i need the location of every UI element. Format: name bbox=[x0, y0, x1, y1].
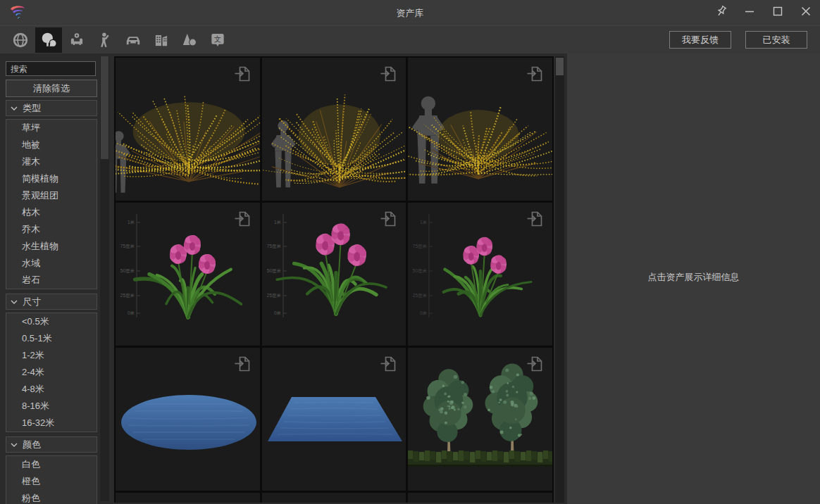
filter-group: 尺寸<0.5米0.5-1米1-2米2-4米4-8米8-16米16-32米 bbox=[6, 294, 97, 432]
filter-item[interactable]: 枯木 bbox=[6, 204, 97, 221]
export-icon[interactable] bbox=[233, 210, 251, 228]
pin-button[interactable] bbox=[712, 3, 731, 23]
titlebar: 资产库 bbox=[0, 0, 820, 25]
maximize-icon bbox=[770, 4, 785, 22]
svg-text:1米: 1米 bbox=[128, 220, 135, 225]
tool-building[interactable] bbox=[148, 27, 175, 53]
clear-filters-button[interactable]: 清除筛选 bbox=[6, 80, 97, 97]
filter-item[interactable]: 8-16米 bbox=[6, 398, 97, 415]
filter-item[interactable]: 4-8米 bbox=[6, 381, 97, 398]
filter-item[interactable]: 16-32米 bbox=[6, 415, 97, 431]
vehicle-icon bbox=[124, 31, 142, 49]
tool-vegetation[interactable] bbox=[35, 27, 62, 53]
asset-card-partial bbox=[262, 493, 406, 503]
decal-icon: 文 bbox=[209, 31, 227, 49]
export-icon[interactable] bbox=[526, 65, 544, 83]
svg-text:文: 文 bbox=[214, 35, 221, 43]
asset-card[interactable]: 1米75厘米50厘米25厘米0米 bbox=[116, 203, 260, 346]
filter-group-header[interactable]: 尺寸 bbox=[6, 294, 97, 310]
asset-card[interactable]: 1米75厘米50厘米25厘米0米 bbox=[262, 203, 406, 346]
tool-decal[interactable]: 文 bbox=[204, 27, 231, 53]
maximize-button[interactable] bbox=[768, 3, 788, 23]
asset-grid-container: 1米75厘米50厘米25厘米0米 1米75厘米50厘米25厘米0米 1米75厘米… bbox=[113, 53, 566, 504]
filter-group-header[interactable]: 颜色 bbox=[6, 436, 97, 453]
window-title: 资产库 bbox=[0, 7, 820, 20]
tool-character[interactable] bbox=[92, 27, 118, 53]
vegetation-icon bbox=[39, 31, 58, 49]
window-controls bbox=[712, 0, 816, 25]
grid-scrollbar[interactable] bbox=[555, 56, 564, 503]
asset-card[interactable] bbox=[262, 58, 406, 201]
filter-group-label: 颜色 bbox=[23, 439, 41, 451]
chevron-down-icon bbox=[11, 442, 18, 448]
filter-item[interactable]: 1-2米 bbox=[6, 347, 97, 364]
filter-item[interactable]: 橙色 bbox=[6, 473, 97, 490]
asset-grid: 1米75厘米50厘米25厘米0米 1米75厘米50厘米25厘米0米 1米75厘米… bbox=[114, 56, 554, 503]
filter-groups: 类型草坪地被灌木简模植物景观组团枯木乔木水生植物水域岩石尺寸<0.5米0.5-1… bbox=[6, 100, 97, 504]
filter-item[interactable]: 灌木 bbox=[6, 153, 97, 170]
export-icon[interactable] bbox=[526, 210, 544, 228]
svg-text:0米: 0米 bbox=[420, 310, 428, 315]
asset-card[interactable] bbox=[408, 348, 552, 491]
svg-text:1米: 1米 bbox=[420, 220, 428, 225]
tool-vehicle[interactable] bbox=[120, 27, 147, 53]
export-icon[interactable] bbox=[379, 65, 397, 83]
building-icon bbox=[152, 31, 170, 49]
filter-group-header[interactable]: 类型 bbox=[6, 100, 97, 116]
filter-item[interactable]: 粉色 bbox=[6, 490, 97, 504]
chevron-down-icon bbox=[11, 106, 18, 111]
export-icon[interactable] bbox=[379, 355, 397, 373]
installed-button[interactable]: 已安装 bbox=[745, 31, 807, 49]
filter-item[interactable]: 简模植物 bbox=[6, 170, 97, 187]
asset-card[interactable] bbox=[408, 58, 552, 201]
filter-item[interactable]: 岩石 bbox=[6, 272, 97, 289]
filter-group-items: 白色橙色粉色 bbox=[6, 455, 97, 504]
filter-item[interactable]: <0.5米 bbox=[6, 313, 97, 330]
grid-scrollbar-thumb[interactable] bbox=[556, 58, 564, 75]
detail-placeholder-text: 点击资产展示详细信息 bbox=[648, 271, 740, 284]
primitives-icon bbox=[180, 31, 199, 49]
search-input[interactable] bbox=[6, 61, 96, 76]
tool-globe[interactable] bbox=[7, 27, 34, 53]
filter-item[interactable]: 草坪 bbox=[6, 120, 97, 137]
filter-item[interactable]: 水生植物 bbox=[6, 238, 97, 255]
asset-card[interactable] bbox=[116, 58, 260, 201]
export-icon[interactable] bbox=[526, 355, 544, 373]
asset-card[interactable] bbox=[116, 348, 260, 491]
export-icon[interactable] bbox=[233, 65, 251, 83]
detail-panel: 点击资产展示详细信息 bbox=[567, 53, 820, 504]
filter-item[interactable]: 景观组团 bbox=[6, 187, 97, 204]
asset-card[interactable]: 1米75厘米50厘米25厘米0米 bbox=[408, 203, 552, 346]
filter-item[interactable]: 白色 bbox=[6, 456, 97, 473]
close-icon bbox=[798, 4, 814, 22]
main-area: 清除筛选 类型草坪地被灌木简模植物景观组团枯木乔木水生植物水域岩石尺寸<0.5米… bbox=[0, 53, 820, 504]
sidebar-scrollbar[interactable] bbox=[100, 56, 109, 501]
tool-primitives[interactable] bbox=[176, 27, 203, 53]
filter-group-label: 尺寸 bbox=[23, 296, 41, 308]
chevron-down-icon bbox=[11, 299, 18, 305]
minimize-button[interactable] bbox=[740, 3, 759, 23]
filter-group-items: 草坪地被灌木简模植物景观组团枯木乔木水生植物水域岩石 bbox=[6, 119, 97, 289]
svg-text:75厘米: 75厘米 bbox=[120, 244, 135, 248]
tool-furniture[interactable] bbox=[63, 27, 90, 53]
asset-card[interactable] bbox=[262, 348, 406, 491]
filter-item[interactable]: 0.5-1米 bbox=[6, 330, 97, 347]
furniture-icon bbox=[68, 31, 86, 49]
export-icon[interactable] bbox=[379, 210, 397, 228]
filter-item[interactable]: 乔木 bbox=[6, 221, 97, 238]
sidebar: 清除筛选 类型草坪地被灌木简模植物景观组团枯木乔木水生植物水域岩石尺寸<0.5米… bbox=[0, 53, 111, 504]
svg-text:1米: 1米 bbox=[274, 220, 282, 225]
export-icon[interactable] bbox=[233, 355, 251, 373]
filter-group-label: 类型 bbox=[23, 102, 41, 115]
close-button[interactable] bbox=[796, 3, 816, 23]
filter-item[interactable]: 地被 bbox=[6, 137, 97, 153]
svg-text:25厘米: 25厘米 bbox=[266, 293, 281, 298]
sidebar-scrollbar-thumb[interactable] bbox=[101, 56, 108, 159]
svg-text:25厘米: 25厘米 bbox=[413, 293, 428, 298]
filter-group-items: <0.5米0.5-1米1-2米2-4米4-8米8-16米16-32米 bbox=[6, 313, 97, 432]
svg-text:25厘米: 25厘米 bbox=[120, 293, 135, 298]
svg-text:0米: 0米 bbox=[274, 310, 282, 315]
filter-item[interactable]: 水域 bbox=[6, 255, 97, 272]
filter-item[interactable]: 2-4米 bbox=[6, 364, 97, 381]
feedback-button[interactable]: 我要反馈 bbox=[669, 31, 731, 49]
